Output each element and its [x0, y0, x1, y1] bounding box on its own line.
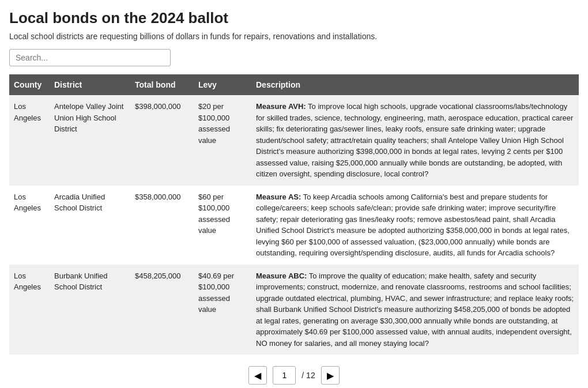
page-subtitle: Local school districts are requesting bi…: [9, 32, 579, 41]
pagination: ◀ / 12 ▶: [9, 366, 579, 385]
page-total: / 12: [301, 371, 315, 380]
cell-district: Arcadia Unified School District: [50, 186, 130, 265]
cell-description: Measure AVH: To improve local high schoo…: [251, 95, 579, 186]
table-row: Los Angeles Arcadia Unified School Distr…: [9, 186, 579, 265]
cell-description: Measure AS: To keep Arcadia schools amon…: [251, 186, 579, 265]
cell-district: Antelope Valley Joint Union High School …: [50, 95, 130, 186]
header-levy: Levy: [194, 74, 251, 95]
cell-county: Los Angeles: [9, 186, 50, 265]
cell-total-bond: $458,205,000: [130, 265, 194, 355]
search-input[interactable]: [9, 49, 171, 66]
table-row: Los Angeles Burbank Unified School Distr…: [9, 265, 579, 355]
table-row: Los Angeles Antelope Valley Joint Union …: [9, 95, 579, 186]
cell-county: Los Angeles: [9, 265, 50, 355]
table-header-row: County District Total bond Levy Descript…: [9, 74, 579, 95]
measure-label: Measure ABC:: [256, 272, 307, 280]
prev-page-button[interactable]: ◀: [248, 366, 267, 385]
bonds-table: County District Total bond Levy Descript…: [9, 74, 579, 355]
measure-label: Measure AS:: [256, 193, 301, 201]
header-county: County: [9, 74, 50, 95]
cell-total-bond: $398,000,000: [130, 95, 194, 186]
page-title: Local bonds on the 2024 ballot: [9, 9, 579, 27]
search-container: [9, 49, 579, 66]
cell-total-bond: $358,000,000: [130, 186, 194, 265]
page-input[interactable]: [273, 366, 296, 385]
cell-levy: $40.69 per $100,000 assessed value: [194, 265, 251, 355]
cell-levy: $60 per $100,000 assessed value: [194, 186, 251, 265]
cell-description: Measure ABC: To improve the quality of e…: [251, 265, 579, 355]
header-district: District: [50, 74, 130, 95]
cell-county: Los Angeles: [9, 95, 50, 186]
header-description: Description: [251, 74, 579, 95]
cell-district: Burbank Unified School District: [50, 265, 130, 355]
measure-label: Measure AVH:: [256, 102, 306, 111]
header-total-bond: Total bond: [130, 74, 194, 95]
cell-levy: $20 per $100,000 assessed value: [194, 95, 251, 186]
next-page-button[interactable]: ▶: [321, 366, 340, 385]
